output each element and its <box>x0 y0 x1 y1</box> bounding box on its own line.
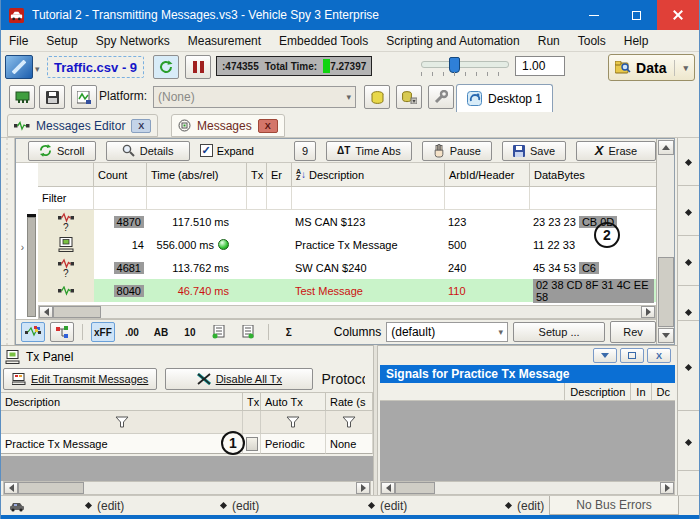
status-edit-slot-4[interactable]: (edit) <box>506 499 544 513</box>
scroll-button[interactable]: Scroll <box>28 141 96 161</box>
menu-item-tools[interactable]: Tools <box>578 34 606 48</box>
playback-slider-thumb[interactable] <box>449 57 460 73</box>
scroll-right-arrow-icon[interactable] <box>660 482 674 494</box>
logo-button[interactable] <box>5 55 33 79</box>
scroll-left-arrow-icon[interactable] <box>39 306 53 318</box>
tab-messages-editor[interactable]: Messages Editor X <box>7 114 158 137</box>
filter-cell[interactable] <box>292 187 445 210</box>
tx-tx-filter[interactable] <box>243 411 261 434</box>
signal-list-button[interactable] <box>207 322 231 342</box>
data-button[interactable]: Data ▾ <box>608 54 695 81</box>
time-abs-button[interactable]: ΔT Time Abs <box>326 141 412 161</box>
tab-messages[interactable]: Messages X <box>171 114 285 137</box>
decimal-format-button[interactable]: .00 <box>120 322 144 342</box>
panel-collapse-button[interactable] <box>593 348 617 363</box>
tx-message-row[interactable]: Practice Tx Message Periodic None <box>1 434 373 454</box>
menu-item-scripting-automation[interactable]: Scripting and Automation <box>386 34 519 48</box>
time-column-header[interactable]: Time (abs/rel) <box>147 163 247 187</box>
signals-h-scrollbar[interactable] <box>380 481 675 495</box>
panel-restore-button[interactable] <box>620 348 644 363</box>
scroll-right-arrow-icon[interactable] <box>356 482 370 494</box>
tx-tx-header[interactable]: Tx <box>243 392 261 411</box>
filter-cell[interactable] <box>94 187 147 210</box>
database-export-button[interactable] <box>396 85 422 109</box>
v-scroll-thumb[interactable] <box>658 257 674 327</box>
filter-cell[interactable] <box>147 187 247 210</box>
hardware-button[interactable] <box>9 85 35 109</box>
database-button[interactable] <box>364 85 390 109</box>
h-scroll-thumb[interactable] <box>53 306 101 318</box>
messages-editor-close-icon[interactable]: X <box>131 119 151 133</box>
tx-description-filter[interactable] <box>1 411 243 434</box>
status-edit-slot-1[interactable]: (edit) <box>86 499 124 513</box>
scroll-left-arrow-icon[interactable] <box>381 482 395 494</box>
tx-h-scrollbar[interactable] <box>3 481 371 495</box>
panel-close-button[interactable]: X <box>647 348 671 363</box>
filter-cell[interactable] <box>530 187 657 210</box>
reverse-button[interactable]: Rev <box>610 321 656 343</box>
signals-description-header[interactable]: Description <box>564 383 630 400</box>
signals-dc-header[interactable]: Dc <box>651 383 675 400</box>
scroll-right-arrow-icon[interactable] <box>641 306 655 318</box>
tx-autotx-filter[interactable] <box>261 411 326 434</box>
menu-item-measurement[interactable]: Measurement <box>188 34 261 48</box>
status-edit-slot-3[interactable]: (edit) <box>369 499 407 513</box>
columns-select[interactable]: (default) ▾ <box>386 322 508 342</box>
close-button[interactable] <box>657 0 699 30</box>
filter-cell[interactable] <box>247 187 267 210</box>
icon-column-header[interactable] <box>38 163 94 187</box>
h-scroll-thumb[interactable] <box>18 482 84 494</box>
filter-cell[interactable] <box>267 187 292 210</box>
tx-rate-header[interactable]: Rate (s <box>326 392 373 411</box>
databytes-column-header[interactable]: DataBytes <box>530 163 657 187</box>
arbid-column-header[interactable]: ArbId/Header <box>445 163 530 187</box>
status-edit-slot-2[interactable]: (edit) <box>221 499 259 513</box>
sum-button[interactable]: Σ <box>277 322 301 342</box>
messages-close-icon[interactable]: X <box>258 119 278 133</box>
menu-item-help[interactable]: Help <box>624 34 649 48</box>
tree-view-button[interactable] <box>50 322 74 342</box>
protocols-tab[interactable]: Protoco <box>321 371 365 387</box>
filter-cell[interactable] <box>445 187 530 210</box>
maximize-button[interactable] <box>615 0 657 30</box>
signals-in-header[interactable]: In <box>630 383 650 400</box>
h-scroll-thumb[interactable] <box>395 482 435 494</box>
platform-select[interactable]: (None) ▾ <box>153 86 356 108</box>
message-row-1[interactable]: ? 4870 117.510 ms MS CAN $123 123 23 23 … <box>38 210 657 233</box>
setup-button[interactable]: Setup ... <box>513 322 605 342</box>
erase-button[interactable]: X Erase <box>576 141 656 161</box>
message-row-4-selected[interactable]: 8040 46.740 ms Test Message 110 02 38 CD… <box>38 279 657 302</box>
menu-item-run[interactable]: Run <box>538 34 560 48</box>
scroll-left-arrow-icon[interactable] <box>4 482 18 494</box>
disable-all-tx-button[interactable]: Disable All Tx <box>165 368 313 390</box>
playback-slider-track[interactable] <box>421 61 509 68</box>
menu-item-spy-networks[interactable]: Spy Networks <box>96 34 170 48</box>
desktop-tab[interactable]: Desktop 1 <box>456 84 553 112</box>
tx-column-header[interactable]: Tx <box>247 163 267 187</box>
binary-format-button[interactable]: 10 <box>178 322 202 342</box>
nine-button[interactable]: 9 <box>294 141 316 161</box>
logic-button[interactable] <box>71 85 97 109</box>
messages-v-scrollbar[interactable] <box>656 139 674 344</box>
menu-item-embedded-tools[interactable]: Embedded Tools <box>279 34 368 48</box>
rate-input[interactable]: 1.00 <box>515 56 565 76</box>
edit-transmit-messages-button[interactable]: Edit Transmit Messages <box>3 368 157 390</box>
expand-checkbox[interactable]: ✓ Expand <box>200 144 254 157</box>
tx-toggle-button[interactable] <box>246 437 258 451</box>
description-column-header[interactable]: AZ↓ Description <box>292 163 445 187</box>
scroll-down-arrow-icon[interactable] <box>658 328 674 343</box>
mini-scrollbar[interactable] <box>27 217 36 317</box>
pause-button[interactable]: Pause <box>422 141 492 161</box>
messages-h-scrollbar[interactable] <box>38 305 656 319</box>
options-button[interactable] <box>428 85 454 109</box>
logo-caret-icon[interactable]: ▾ <box>35 64 40 74</box>
refresh-button[interactable] <box>153 55 179 79</box>
ascii-format-button[interactable]: AB <box>149 322 173 342</box>
tx-rate-filter[interactable] <box>326 411 373 434</box>
details-button[interactable]: Details <box>106 141 190 161</box>
tx-autotx-header[interactable]: Auto Tx <box>261 392 326 411</box>
tx-description-header[interactable]: Description <box>1 392 243 411</box>
signal-view-button[interactable] <box>21 322 45 342</box>
file-link[interactable]: Traffic.csv - 9 <box>47 56 144 78</box>
signal-list-alt-button[interactable] <box>236 322 260 342</box>
